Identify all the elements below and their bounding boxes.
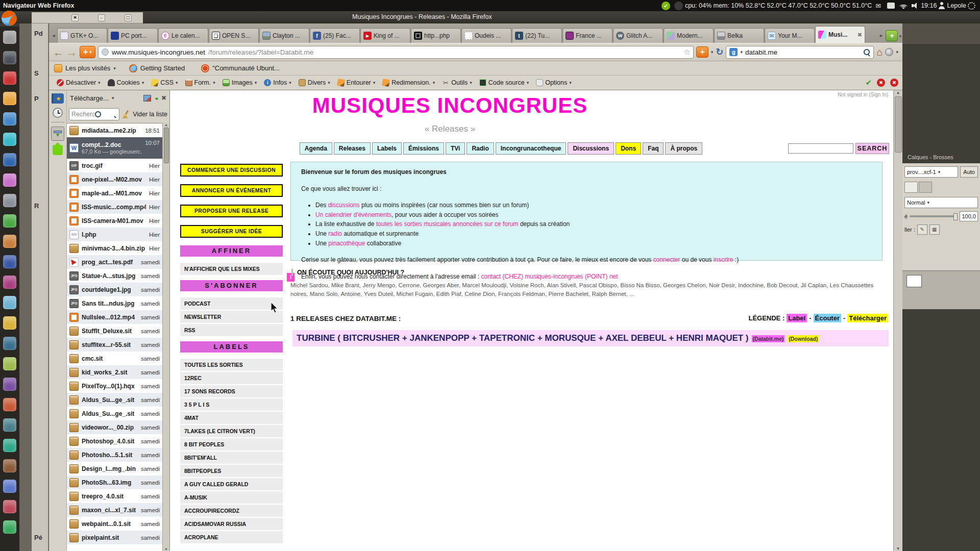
download-item[interactable]: prog_act...tes.pdf samedi [67,255,162,269]
gimp-layer-thumbnail[interactable] [906,275,922,287]
wifi-icon[interactable] [899,3,908,9]
scrollbar-thumb[interactable] [895,96,902,153]
page-sidebar-item[interactable]: PROPOSER UNE RELEASE [180,205,283,217]
dock-icon[interactable] [3,92,16,105]
browser-tab[interactable]: f (25) Fac... [310,28,360,43]
download-item[interactable]: PixelToy...0(1).hqx samedi [67,379,162,393]
release-download-link[interactable]: (Download) [788,335,819,342]
dock-icon[interactable] [3,235,16,248]
page-sidebar-item[interactable]: 3 5 P L I S [180,398,283,411]
gimp-mode-select[interactable]: Normal▾ [904,197,978,208]
webdev-menu-item[interactable]: Cookies ▾ [104,79,148,86]
browser-tab[interactable]: http...php [411,28,461,43]
contact-link[interactable]: contact (CHEZ) musiques-incongrues (POIN… [481,273,618,280]
mail-icon[interactable]: ✉ [874,2,883,10]
search-engine-caret-icon[interactable]: ▾ [740,49,743,55]
download-item[interactable]: ISS-camera-M01.mov Hier [67,214,162,228]
page-sidebar-item[interactable]: SUGGÉRER UNE IDÉE [180,225,283,238]
downloads-search-input[interactable]: Recherc [69,108,119,120]
webdev-menu-item[interactable]: Divers ▾ [295,79,334,86]
site-nav-item[interactable]: Incongrunacotheque [496,142,567,155]
close-sidebar-icon[interactable]: ✖ [161,94,166,102]
download-item[interactable]: </> l.php Hier [67,228,162,241]
valid-check-icon[interactable]: ✔ [865,78,872,87]
window-titlebar[interactable]: Musiques Incongrues - Releases - Mozilla… [0,11,980,23]
download-item[interactable]: ISS-music...comp.mp4 Hier [67,200,162,214]
site-nav-item[interactable]: Agenda [300,142,332,155]
webdev-menu-item[interactable]: Entourer ▾ [334,79,379,86]
download-item[interactable]: Nullslee...012.mp4 samedi [67,310,162,324]
download-item[interactable]: Photosho...5.1.sit samedi [67,448,162,462]
error-icon[interactable]: ✖ [890,79,898,87]
browser-tab[interactable]: Modern... [664,28,714,43]
bg-close-button[interactable]: ✖ [71,14,79,21]
bookmark-item[interactable]: Les plus visités ▾ [54,64,116,72]
toolbar-overflow-caret-icon[interactable]: ▾ [896,49,898,55]
download-item[interactable]: Aldus_Su...ge_.sit samedi [67,393,162,407]
download-item[interactable]: maple-ad...-M01.mov Hier [67,186,162,200]
bg-maximize-button[interactable]: ▢ [125,14,132,21]
download-item[interactable]: treepro_4.0.sit samedi [67,489,162,503]
tab-scroll-right-icon[interactable]: ▸ [877,28,885,42]
download-item[interactable]: PhotoSh...63.img samedi [67,475,162,489]
dock-icon[interactable] [3,173,16,187]
new-tab-button[interactable]: + [886,30,898,41]
download-item[interactable]: Design_I...mg_.bin samedi [67,462,162,475]
page-sidebar-item[interactable]: A-MUSIK [180,491,283,504]
page-sidebar-item[interactable]: N'AFFICHER QUE LES MIXES [180,263,283,275]
gimp-opacity-value[interactable]: 100,0 [960,211,978,221]
download-item[interactable]: StuffIt_Deluxe.sit samedi [67,324,162,338]
welcome-link[interactable]: pinacothèque [328,240,365,247]
gimp-layers-tab[interactable] [904,182,918,193]
user-icon[interactable] [938,2,945,9]
welcome-link[interactable]: Un calendrier d'évènements [315,211,391,218]
download-item[interactable]: Aldus_Su...ge_.sit samedi [67,407,162,420]
browser-tab[interactable]: PC port... [108,28,158,43]
search-go-icon[interactable] [863,48,870,56]
scroll-down-icon[interactable]: ▼ [896,546,900,551]
dock-icon[interactable] [3,194,16,207]
addons-icon[interactable] [53,145,63,155]
download-item[interactable]: pixelpaint.sit samedi [67,531,162,544]
site-identity-icon[interactable] [102,48,109,56]
site-nav-item[interactable]: À propos [665,142,702,155]
webdev-menu-item[interactable]: Désactiver ▾ [53,79,104,86]
download-item[interactable]: GIF troc.gif Hier [67,159,162,172]
register-link[interactable]: inscrire [714,256,733,263]
webdev-menu-item[interactable]: Options ▾ [532,79,575,86]
gimp-lock-pixels-icon[interactable]: ✎ [917,224,927,235]
downloads-title[interactable]: Télécharge... [70,94,109,102]
update-ok-icon[interactable]: ✔ [662,2,670,10]
dock-icon[interactable] [3,276,16,289]
browser-tab[interactable]: t (22) Tu... [512,28,562,43]
user-name[interactable]: Lepole [947,2,966,9]
page-sidebar-item[interactable]: 8BITPEOPLES [180,465,283,477]
url-bar[interactable]: www.musiques-incongrues.net /forum/relea… [98,46,694,59]
page-sidebar-item[interactable]: ACCROUPIRECORDZ [180,505,283,517]
browser-tab[interactable]: France ... [562,28,612,43]
browser-tab[interactable]: ▶ King of ... [360,28,410,43]
release-title[interactable]: TURBINE ( BITCRUSHER + JANKENPOPP + TAPE… [297,333,749,343]
page-sidebar-item[interactable]: 12REC [180,372,283,384]
download-item[interactable]: videowor..._00.zip samedi [67,420,162,434]
volume-icon[interactable] [912,3,919,9]
webdev-menu-item[interactable]: i Infos ▾ [260,79,295,86]
page-sidebar-item[interactable]: PODCAST [180,297,283,310]
browser-tab[interactable]: Belka [714,28,764,43]
history-icon[interactable] [53,108,63,118]
downloads-scrollbar[interactable]: ▲ ▼ [162,123,169,551]
connect-link[interactable]: connecter [653,256,680,263]
site-nav-item[interactable]: Labels [372,142,402,155]
dock-icon[interactable] [3,153,16,166]
webdev-menu-item[interactable]: Code source ▾ [476,79,532,86]
bookmark-item[interactable]: "Communauté Ubunt... [201,64,283,72]
bookmarks-library-icon[interactable]: ★ [52,93,64,104]
site-nav-item[interactable]: Faq [643,142,664,155]
back-button[interactable]: ← [53,47,64,58]
welcome-link[interactable]: toutes les sorties musicales annoncées s… [376,220,519,228]
page-sidebar-item[interactable]: 7LAKES (LE CITRON VERT) [180,425,283,437]
scroll-up-icon[interactable]: ▲ [896,90,900,95]
clear-list-label[interactable]: Vider la liste [133,111,167,118]
download-item[interactable]: kid_works_2.sit samedi [67,365,162,379]
tab-scroll-left-icon[interactable]: ◂ [50,28,57,42]
